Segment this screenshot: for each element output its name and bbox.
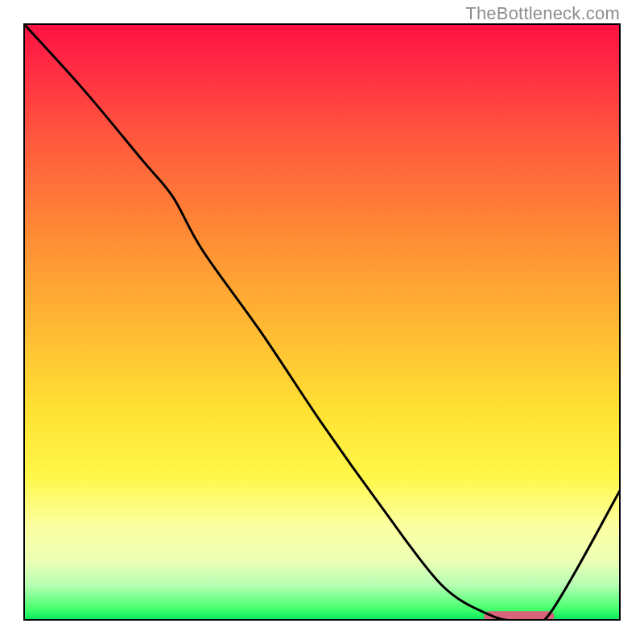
chart-svg bbox=[23, 23, 621, 621]
chart-container: TheBottleneck.com bbox=[0, 0, 644, 644]
curve-series bbox=[23, 23, 621, 621]
curve-path bbox=[23, 23, 621, 621]
watermark-text: TheBottleneck.com bbox=[465, 3, 620, 24]
plot-area bbox=[23, 23, 621, 621]
